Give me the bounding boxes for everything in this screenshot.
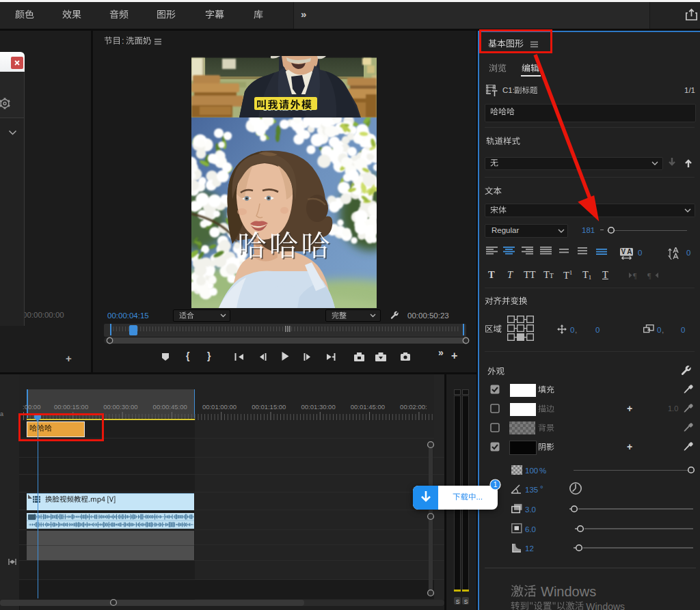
svg-text:¶: ¶: [633, 271, 637, 279]
svg-text:¶: ¶: [647, 271, 651, 279]
svg-text:1: 1: [494, 481, 498, 488]
svg-text:VA: VA: [621, 248, 632, 255]
